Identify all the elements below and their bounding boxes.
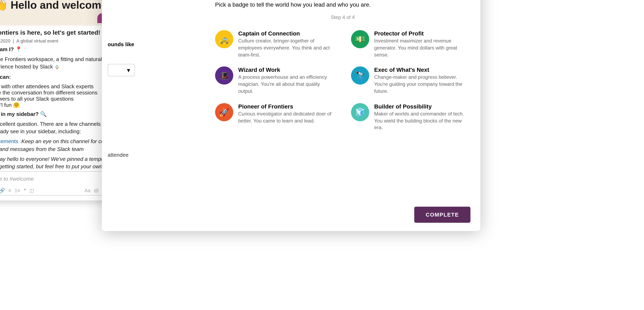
badge-title: Builder of Possibility: [374, 103, 470, 110]
badge-protector-of-profit[interactable]: 💵Protector of ProfitInvestment maximizer…: [351, 30, 470, 58]
svg-rect-6: [58, 67, 59, 67]
badge-desc: Investment maximizer and revenue generat…: [374, 37, 470, 58]
quote-icon[interactable]: ❝: [24, 188, 26, 193]
badge-icon: 🚕: [215, 30, 233, 48]
badge-icon: 🎩: [215, 67, 233, 85]
badge-icon: 🚀: [215, 103, 233, 121]
quiz-subheading: Pick a badge to tell the world how you l…: [215, 1, 470, 8]
list-icon[interactable]: ≡: [8, 188, 11, 193]
badge-desc: Culture creator, bringer-together of emp…: [238, 37, 334, 58]
dropdown[interactable]: ▼: [108, 64, 135, 76]
badge-desc: A process powerhouse and an efficiency m…: [238, 74, 334, 95]
background-attendee-peek: attendee: [108, 152, 128, 158]
frontiers-modal: ounds like ▼ attendee slack frontiers ⚙ …: [102, 0, 480, 231]
badge-icon: 🔭: [351, 67, 369, 85]
badge-desc: Change-maker and progress believer. You'…: [374, 74, 470, 95]
background-form-peek: ounds like ▼: [102, 41, 135, 76]
badge-title: Captain of Connection: [238, 30, 334, 37]
badge-title: Pioneer of Frontiers: [238, 103, 334, 110]
badge-desc: Maker of worlds and commander of tech. Y…: [374, 111, 470, 131]
numbered-icon[interactable]: 1≡: [14, 188, 20, 193]
section-q2: 🔍 What's in my sidebar? 🔍: [0, 111, 47, 117]
link-announcements[interactable]: #announcements: [0, 138, 18, 145]
section-q1: 📍 Where am I? 📍: [0, 46, 22, 52]
badge-title: Wizard of Work: [238, 67, 334, 73]
svg-rect-5: [56, 65, 58, 67]
badge-icon: 🧊: [351, 103, 369, 121]
badge-desc: Curious investigator and dedicated doer …: [238, 111, 334, 124]
link-icon[interactable]: 🔗: [0, 188, 5, 193]
badge-captain-of-connection[interactable]: 🚕Captain of ConnectionCulture creator, b…: [215, 30, 334, 58]
codeblock-icon[interactable]: ◫: [29, 188, 34, 193]
badge-builder-of-possibility[interactable]: 🧊Builder of PossibilityMaker of worlds a…: [351, 103, 470, 131]
badge-exec-of-what-s-next[interactable]: 🔭Exec of What's NextChange-maker and pro…: [351, 67, 470, 95]
badge-wizard-of-work[interactable]: 🎩Wizard of WorkA process powerhouse and …: [215, 67, 334, 95]
badge-title: Exec of What's Next: [374, 67, 470, 73]
format-icon[interactable]: Aa: [84, 188, 90, 193]
hero-text: 👋 Hello and welcome: [0, 0, 107, 11]
badge-icon: 💵: [351, 30, 369, 48]
mention-icon[interactable]: @: [94, 188, 99, 193]
step-indicator: Step 4 of 4: [215, 14, 470, 20]
svg-rect-7: [56, 67, 58, 69]
chevron-down-icon: ▼: [126, 67, 131, 73]
svg-rect-4: [55, 67, 56, 67]
badge-pioneer-of-frontiers[interactable]: 🚀Pioneer of FrontiersCurious investigato…: [215, 103, 334, 131]
badge-title: Protector of Profit: [374, 30, 470, 37]
complete-button[interactable]: COMPLETE: [414, 207, 470, 223]
